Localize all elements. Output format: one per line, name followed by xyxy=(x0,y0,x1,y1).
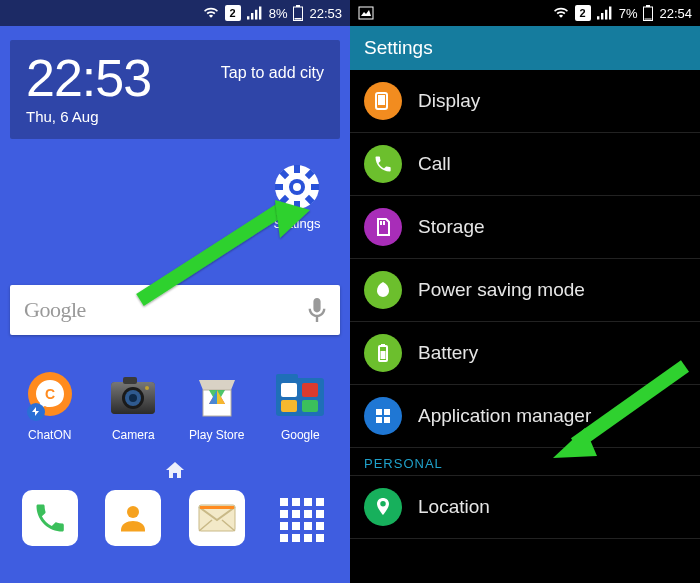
settings-row-call[interactable]: Call xyxy=(350,133,700,196)
svg-rect-50 xyxy=(359,7,373,19)
svg-rect-47 xyxy=(292,534,300,542)
settings-row-location[interactable]: Location xyxy=(350,476,700,539)
wifi-icon xyxy=(203,6,219,20)
svg-rect-39 xyxy=(292,510,300,518)
svg-rect-27 xyxy=(281,383,297,397)
phone-icon xyxy=(22,490,78,546)
svg-rect-37 xyxy=(316,498,324,506)
svg-point-13 xyxy=(293,183,301,191)
settings-screen: 2 7% 22:54 Settings Display Call Storage xyxy=(350,0,700,583)
clock-time: 22:53 xyxy=(26,52,151,104)
sim-badge: 2 xyxy=(225,5,241,21)
row-label: Location xyxy=(418,496,490,518)
section-header-personal: PERSONAL xyxy=(350,448,700,476)
app-label: ChatON xyxy=(11,428,89,442)
row-label: Battery xyxy=(418,342,478,364)
mic-icon[interactable] xyxy=(308,298,326,322)
signal-icon xyxy=(247,6,263,20)
clock-date: Thu, 6 Aug xyxy=(26,108,151,125)
svg-rect-45 xyxy=(316,522,324,530)
screenshot-notif-icon xyxy=(358,6,374,20)
settings-row-storage[interactable]: Storage xyxy=(350,196,700,259)
app-google-folder[interactable]: Google xyxy=(261,368,339,442)
battery-icon xyxy=(293,5,303,21)
app-manager-icon xyxy=(364,397,402,435)
svg-rect-35 xyxy=(292,498,300,506)
app-chaton[interactable]: C ChatON xyxy=(11,368,89,442)
svg-rect-34 xyxy=(280,498,288,506)
svg-rect-28 xyxy=(302,383,318,397)
status-bar: 2 7% 22:54 xyxy=(350,0,700,26)
clock-weather-widget[interactable]: 22:53 Thu, 6 Aug Tap to add city xyxy=(10,40,340,139)
app-camera[interactable]: Camera xyxy=(94,368,172,442)
sim-badge: 2 xyxy=(575,5,591,21)
settings-row-app-manager[interactable]: Application manager xyxy=(350,385,700,448)
gear-icon xyxy=(272,162,322,212)
svg-rect-53 xyxy=(645,19,652,20)
svg-rect-1 xyxy=(296,5,300,7)
camera-icon xyxy=(105,368,161,424)
settings-row-battery[interactable]: Battery xyxy=(350,322,700,385)
svg-rect-30 xyxy=(302,400,318,412)
google-folder-icon xyxy=(272,368,328,424)
svg-rect-43 xyxy=(292,522,300,530)
svg-rect-44 xyxy=(304,522,312,530)
call-icon xyxy=(364,145,402,183)
svg-point-22 xyxy=(129,394,137,402)
google-logo-text: Google xyxy=(24,297,86,323)
svg-rect-59 xyxy=(381,344,385,346)
settings-app-shortcut[interactable]: Settings xyxy=(262,162,332,231)
settings-row-power-saving[interactable]: Power saving mode xyxy=(350,259,700,322)
app-label: Camera xyxy=(94,428,172,442)
app-label: Play Store xyxy=(178,428,256,442)
svg-rect-41 xyxy=(316,510,324,518)
settings-list[interactable]: Display Call Storage Power saving mode B xyxy=(350,70,700,539)
svg-rect-19 xyxy=(123,377,137,384)
svg-rect-2 xyxy=(295,18,302,20)
row-label: Call xyxy=(418,153,451,175)
svg-point-31 xyxy=(127,506,139,518)
battery-pct: 8% xyxy=(269,6,288,21)
wifi-icon xyxy=(553,6,569,20)
svg-rect-5 xyxy=(294,165,300,173)
svg-rect-56 xyxy=(380,221,382,225)
svg-rect-63 xyxy=(376,417,382,423)
status-bar: 2 8% 22:53 xyxy=(0,0,350,26)
row-label: Storage xyxy=(418,216,485,238)
dock-apps[interactable] xyxy=(261,490,339,550)
svg-rect-55 xyxy=(378,95,385,105)
svg-rect-40 xyxy=(304,510,312,518)
contacts-icon xyxy=(105,490,161,546)
settings-row-display[interactable]: Display xyxy=(350,70,700,133)
google-search-bar[interactable]: Google xyxy=(10,285,340,335)
svg-rect-36 xyxy=(304,498,312,506)
row-label: Display xyxy=(418,90,480,112)
add-city-prompt[interactable]: Tap to add city xyxy=(221,64,324,82)
home-indicator-icon[interactable] xyxy=(166,462,184,482)
dock-phone[interactable] xyxy=(11,490,89,550)
battery-pct: 7% xyxy=(619,6,638,21)
svg-rect-57 xyxy=(383,221,385,225)
home-screen: 2 8% 22:53 22:53 Thu, 6 Aug Tap to add c… xyxy=(0,0,350,583)
app-label: Google xyxy=(261,428,339,442)
app-playstore[interactable]: Play Store xyxy=(178,368,256,442)
svg-text:C: C xyxy=(45,386,55,402)
svg-point-23 xyxy=(145,386,149,390)
svg-rect-6 xyxy=(294,201,300,209)
status-time: 22:54 xyxy=(659,6,692,21)
svg-rect-33 xyxy=(200,506,234,509)
status-time: 22:53 xyxy=(309,6,342,21)
dock-contacts[interactable] xyxy=(94,490,172,550)
display-icon xyxy=(364,82,402,120)
storage-icon xyxy=(364,208,402,246)
svg-rect-26 xyxy=(276,374,298,382)
svg-rect-52 xyxy=(646,5,650,7)
svg-rect-49 xyxy=(316,534,324,542)
envelope-icon xyxy=(189,490,245,546)
dock-messaging[interactable] xyxy=(178,490,256,550)
svg-rect-61 xyxy=(376,409,382,415)
playstore-icon xyxy=(189,368,245,424)
svg-rect-8 xyxy=(311,184,319,190)
svg-rect-42 xyxy=(280,522,288,530)
battery-icon xyxy=(643,5,653,21)
